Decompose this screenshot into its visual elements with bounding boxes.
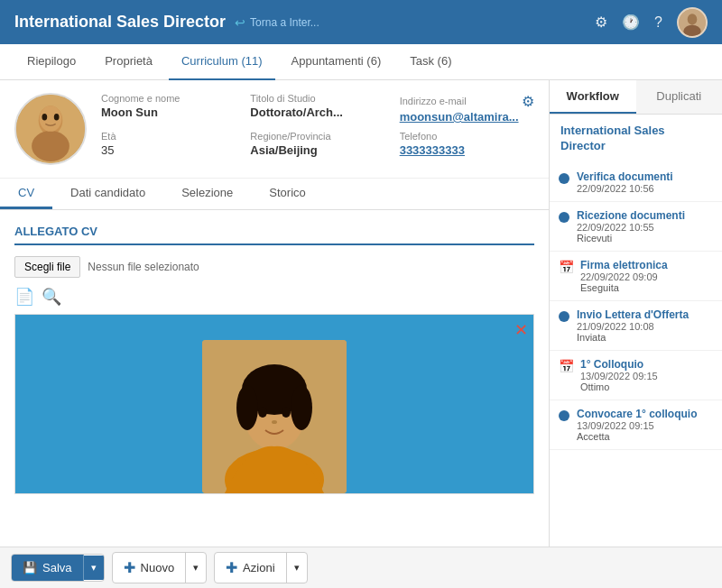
name-value: Moon Sun <box>101 106 236 119</box>
pdf-icon[interactable]: 📄 <box>14 287 34 307</box>
back-arrow-icon: ↩ <box>235 15 245 30</box>
cv-toolbar: 📄 🔍 <box>14 287 534 307</box>
preview-close-icon[interactable]: ✕ <box>514 320 528 340</box>
field-region: Regione/Provincia Asia/Beijing <box>250 131 384 157</box>
workflow-tabs: Workflow Duplicati <box>550 80 722 115</box>
new-button-split: ✚ Nuovo ▾ <box>112 552 208 583</box>
region-value: Asia/Beijing <box>250 143 384 157</box>
workflow-item-date: 13/09/2022 09:15 <box>577 420 713 431</box>
name-label: Cognome e nome <box>101 93 236 104</box>
actions-plus-icon: ✚ <box>226 559 237 576</box>
back-link[interactable]: ↩ Torna a Inter... <box>235 15 319 30</box>
help-icon[interactable]: ? <box>654 14 662 31</box>
bottombar: 💾 Salva ▾ ✚ Nuovo ▾ ✚ Azioni ▾ <box>0 547 722 588</box>
workflow-item-date: 13/09/2022 09:15 <box>580 371 713 381</box>
age-label: Età <box>101 131 236 142</box>
degree-value: Dottorato/Arch... <box>250 106 384 119</box>
search-icon[interactable]: 🔍 <box>42 287 61 307</box>
field-degree: Titolo di Studio Dottorato/Arch... <box>250 93 384 124</box>
tab-appuntamenti[interactable]: Appuntamenti (6) <box>279 44 394 80</box>
profile-header: Cognome e nome Moon Sun Titolo di Studio… <box>0 80 549 179</box>
inner-tab-dati[interactable]: Dati candidato <box>52 179 163 209</box>
workflow-dot-icon <box>559 410 569 421</box>
new-label: Nuovo <box>141 561 175 574</box>
workflow-item: Ricezione documenti 22/09/2022 10:55 Ric… <box>550 202 722 252</box>
svg-point-18 <box>272 420 277 424</box>
degree-label: Titolo di Studio <box>250 93 384 104</box>
actions-arrow-button[interactable]: ▾ <box>287 556 307 580</box>
email-label: Indirizzo e-mail <box>400 96 467 106</box>
calendar-icon: 📅 <box>559 260 573 274</box>
new-main-button[interactable]: ✚ Nuovo <box>113 553 187 583</box>
svg-point-8 <box>54 114 60 121</box>
workflow-item-date: 22/09/2022 09:09 <box>580 271 713 282</box>
workflow-item: 📅 1° Colloquio 13/09/2022 09:15 Ottimo <box>550 351 722 400</box>
cv-preview: ✕ <box>14 314 534 494</box>
email-value[interactable]: moonsun@altamira... <box>400 110 534 124</box>
profile-fields: Cognome e nome Moon Sun Titolo di Studio… <box>101 93 534 157</box>
new-arrow-button[interactable]: ▾ <box>186 556 206 580</box>
tab-proprieta[interactable]: Proprietà <box>92 44 165 80</box>
workflow-item-title[interactable]: 1° Colloquio <box>580 358 713 371</box>
topbar-right: ⚙ 🕐 ? <box>595 7 708 38</box>
age-value: 35 <box>101 143 236 157</box>
cv-content: ALLEGATO CV Scegli file Nessun file sele… <box>0 210 549 547</box>
workflow-item-title[interactable]: Ricezione documenti <box>577 209 713 222</box>
field-phone: Telefono 3333333333 <box>400 131 534 157</box>
main-tabbar: Riepilogo Proprietà Curriculum (11) Appu… <box>0 44 722 80</box>
workflow-item-status: Ottimo <box>580 381 713 392</box>
workflow-item-title[interactable]: Firma elettronica <box>580 259 713 271</box>
clock-icon[interactable]: 🕐 <box>622 14 640 31</box>
phone-value[interactable]: 3333333333 <box>400 143 534 157</box>
workflow-item: Verifica documenti 22/09/2022 10:56 <box>550 163 722 202</box>
tab-riepilogo[interactable]: Riepilogo <box>14 44 88 80</box>
actions-main-button[interactable]: ✚ Azioni <box>215 553 286 583</box>
workflow-item-status: Ricevuti <box>577 233 713 243</box>
back-text: Torna a Inter... <box>250 16 319 29</box>
page-title: International Sales Director <box>14 13 226 32</box>
workflow-tab-duplicati[interactable]: Duplicati <box>636 80 723 114</box>
svg-point-14 <box>236 385 258 430</box>
file-input-row: Scegli file Nessun file selezionato <box>14 256 534 278</box>
workflow-header: International Sales Director <box>550 115 722 160</box>
save-button-split: 💾 Salva ▾ <box>11 554 105 582</box>
inner-tab-cv[interactable]: CV <box>0 179 52 209</box>
workflow-item: Convocare 1° colloquio 13/09/2022 09:15 … <box>550 400 722 450</box>
profile-avatar <box>14 93 87 165</box>
file-placeholder: Nessun file selezionato <box>88 261 199 273</box>
workflow-item-title[interactable]: Verifica documenti <box>577 170 713 183</box>
new-plus-icon: ✚ <box>124 559 135 576</box>
tab-curriculum[interactable]: Curriculum (11) <box>169 44 275 80</box>
tab-task[interactable]: Task (6) <box>397 44 464 80</box>
field-email: Indirizzo e-mail ⚙ moonsun@altamira... <box>400 93 534 124</box>
workflow-items: Verifica documenti 22/09/2022 10:56 Rice… <box>550 160 722 547</box>
workflow-item-title[interactable]: Convocare 1° colloquio <box>577 408 713 420</box>
workflow-dot-icon <box>559 173 569 184</box>
svg-point-16 <box>258 407 267 418</box>
user-avatar[interactable] <box>677 7 708 38</box>
workflow-tab-workflow[interactable]: Workflow <box>550 80 636 114</box>
workflow-item-date: 22/09/2022 10:56 <box>577 183 713 194</box>
main-area: Cognome e nome Moon Sun Titolo di Studio… <box>0 80 722 547</box>
settings-icon[interactable]: ⚙ <box>595 14 607 31</box>
preview-image <box>202 340 347 493</box>
workflow-dot-icon <box>559 212 569 223</box>
save-main-button[interactable]: 💾 Salva <box>12 555 84 581</box>
svg-point-7 <box>42 114 48 121</box>
workflow-item-status: Inviata <box>577 332 713 343</box>
svg-point-5 <box>32 131 69 161</box>
inner-tab-storico[interactable]: Storico <box>251 179 323 209</box>
inner-tab-selezione[interactable]: Selezione <box>163 179 251 209</box>
workflow-item: 📅 Firma elettronica 22/09/2022 09:09 Ese… <box>550 252 722 301</box>
phone-label: Telefono <box>400 131 534 142</box>
choose-file-button[interactable]: Scegli file <box>14 256 80 278</box>
workflow-dot-icon <box>559 311 569 322</box>
workflow-item-title[interactable]: Invio Lettera d'Offerta <box>577 308 713 321</box>
field-name: Cognome e nome Moon Sun <box>101 93 236 124</box>
svg-point-15 <box>291 385 312 430</box>
field-age: Età 35 <box>101 131 236 157</box>
save-arrow-button[interactable]: ▾ <box>84 556 104 580</box>
workflow-item-date: 22/09/2022 10:55 <box>577 222 713 233</box>
profile-settings-icon[interactable]: ⚙ <box>522 93 534 110</box>
left-panel: Cognome e nome Moon Sun Titolo di Studio… <box>0 80 549 547</box>
